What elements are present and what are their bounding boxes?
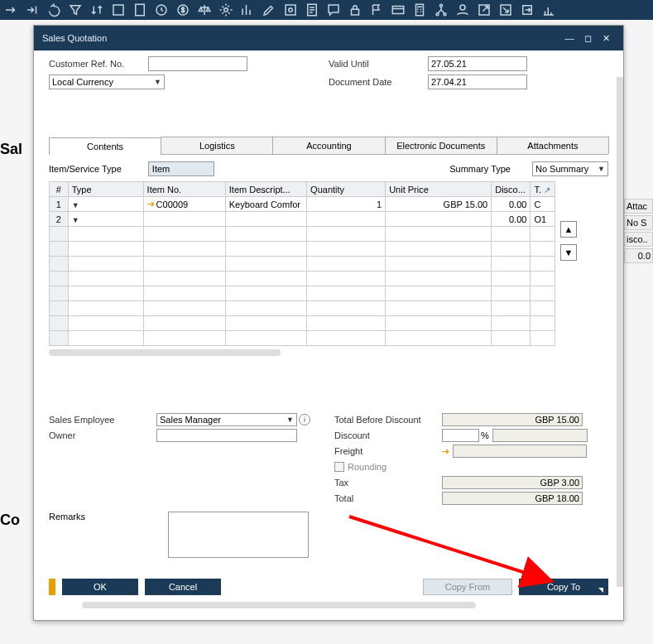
chevron-down-icon: ▼ <box>286 416 294 424</box>
cell-unitprice[interactable]: GBP 15.00 <box>386 197 492 212</box>
info-icon[interactable]: i <box>299 414 310 425</box>
table-row[interactable] <box>50 286 555 301</box>
cell-disc[interactable]: 0.00 <box>492 212 531 227</box>
col-disc[interactable]: Disco... <box>492 182 531 197</box>
docdate-field[interactable]: 27.04.21 <box>428 74 527 89</box>
flag-icon[interactable] <box>369 2 384 17</box>
dialog-hscroll[interactable] <box>82 602 476 608</box>
table-row[interactable] <box>50 301 555 316</box>
cell-qty[interactable] <box>307 212 386 227</box>
dialog-scrollbar[interactable] <box>617 77 623 587</box>
discount-value[interactable] <box>492 429 588 442</box>
report-icon[interactable] <box>305 2 319 17</box>
cell-itemno[interactable]: ➜C00009 <box>143 197 225 212</box>
scale-icon[interactable] <box>197 2 212 17</box>
ok-button[interactable]: OK <box>62 579 138 595</box>
close-button[interactable]: ✕ <box>597 29 615 47</box>
cell-type[interactable]: ▼ <box>68 197 143 212</box>
row-up-button[interactable]: ▲ <box>560 221 577 238</box>
export2-icon[interactable] <box>520 2 535 17</box>
table-row[interactable] <box>50 257 555 272</box>
col-type[interactable]: Type <box>68 182 143 197</box>
expand-grid-icon[interactable]: ↗ <box>544 185 550 195</box>
table-row[interactable] <box>50 316 555 331</box>
filter-icon[interactable] <box>68 2 83 17</box>
table-row[interactable] <box>50 331 555 346</box>
freight-value[interactable] <box>453 445 587 458</box>
cog-icon[interactable] <box>218 2 233 17</box>
tab-attachments[interactable]: Attachments <box>497 137 609 154</box>
col-qty[interactable]: Quantity <box>307 182 386 197</box>
col-desc[interactable]: Item Descript... <box>225 182 306 197</box>
cell-itemno[interactable] <box>143 212 225 227</box>
cancel-button[interactable]: Cancel <box>145 579 221 595</box>
itemservice-label: Item/Service Type <box>49 164 122 174</box>
doc-icon[interactable] <box>132 2 147 17</box>
clock-icon[interactable] <box>154 2 169 17</box>
lock-icon[interactable] <box>348 2 363 17</box>
tab-accounting[interactable]: Accounting <box>272 137 385 154</box>
copy-to-button[interactable]: Copy To <box>519 579 608 595</box>
tab-edocs[interactable]: Electronic Documents <box>385 137 497 154</box>
comment-icon[interactable] <box>326 2 341 17</box>
maximize-button[interactable]: ◻ <box>579 29 597 47</box>
remarks-textarea[interactable] <box>168 512 309 558</box>
export-icon[interactable] <box>477 2 492 17</box>
items-grid[interactable]: # Type Item No. Item Descript... Quantit… <box>49 181 555 346</box>
tab-body-contents: Item/Service Type Item Summary Type No S… <box>49 155 608 363</box>
cell-desc[interactable]: Keyboard Comfor <box>225 197 306 212</box>
cell-t[interactable]: O1 <box>531 212 555 227</box>
cell-unitprice[interactable] <box>386 212 492 227</box>
cell-type[interactable]: ▼ <box>68 212 143 227</box>
table-row[interactable]: 1 ▼ ➜C00009 Keyboard Comfor 1 GBP 15.00 … <box>50 197 555 212</box>
bg-text-sal: Sal <box>0 141 33 158</box>
salesemp-select[interactable]: Sales Manager ▼ <box>156 413 297 426</box>
grid-hscroll[interactable] <box>49 349 281 356</box>
tab-contents[interactable]: Contents <box>49 137 161 155</box>
cell-t[interactable]: C <box>531 197 555 212</box>
currency-select[interactable]: Local Currency ▼ <box>49 74 165 89</box>
owner-field[interactable] <box>156 429 297 442</box>
table-row[interactable]: 2 ▼ 0.00 O1 <box>50 212 555 227</box>
cell-qty[interactable]: 1 <box>307 197 386 212</box>
copy-from-button[interactable]: Copy From <box>423 579 512 595</box>
rounding-checkbox[interactable] <box>334 462 344 472</box>
table-row[interactable] <box>50 272 555 286</box>
table-row[interactable] <box>50 242 555 257</box>
summarytype-select[interactable]: No Summary ▼ <box>532 161 608 176</box>
nav-forward-icon[interactable] <box>3 2 18 17</box>
edit-icon[interactable] <box>262 2 276 17</box>
col-itemno[interactable]: Item No. <box>143 182 225 197</box>
row-down-button[interactable]: ▼ <box>560 244 577 261</box>
custref-field[interactable] <box>148 56 247 71</box>
refresh-icon[interactable] <box>46 2 61 17</box>
sort-icon[interactable] <box>89 2 104 17</box>
minimize-button[interactable]: — <box>560 29 579 47</box>
nav-skip-icon[interactable] <box>25 2 40 17</box>
col-t[interactable]: T. ↗ <box>531 182 555 197</box>
tab-logistics[interactable]: Logistics <box>161 137 273 154</box>
money-icon[interactable]: $ <box>175 2 190 17</box>
table-row[interactable] <box>50 227 555 242</box>
link-arrow-icon[interactable]: ➜ <box>147 199 155 209</box>
validuntil-field[interactable]: 27.05.21 <box>428 56 527 71</box>
discount-pct-field[interactable] <box>442 429 479 442</box>
user-icon[interactable] <box>455 2 470 17</box>
col-unitprice[interactable]: Unit Price <box>386 182 492 197</box>
tax-value: GBP 3.00 <box>442 476 583 489</box>
form-icon[interactable] <box>111 2 126 17</box>
gear-doc-icon[interactable] <box>283 2 298 17</box>
chart2-icon[interactable] <box>541 2 556 17</box>
cell-desc[interactable] <box>225 212 306 227</box>
arrow-br-icon[interactable] <box>498 2 513 17</box>
calc-icon[interactable] <box>412 2 427 17</box>
chart-icon[interactable] <box>240 2 255 17</box>
cell-disc[interactable]: 0.00 <box>492 197 531 212</box>
card-icon[interactable] <box>391 2 406 17</box>
link-arrow-icon[interactable]: ➜ <box>442 446 449 457</box>
tree-icon[interactable] <box>434 2 449 17</box>
itemservice-select[interactable]: Item <box>148 161 214 176</box>
svg-rect-1 <box>136 4 145 16</box>
col-num[interactable]: # <box>50 182 69 197</box>
chevron-down-icon: ▼ <box>72 201 79 209</box>
